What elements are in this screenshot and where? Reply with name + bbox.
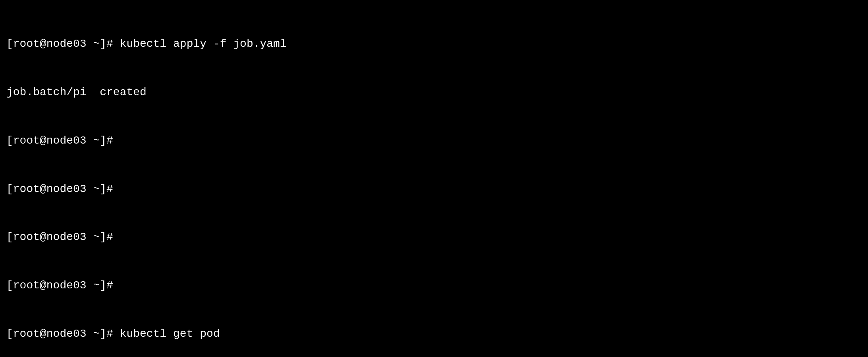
line-prompt-4: [root@node03 ~]# — [6, 278, 862, 294]
line-prompt-2: [root@node03 ~]# — [6, 181, 862, 198]
line-apply-cmd: [root@node03 ~]# kubectl apply -f job.ya… — [6, 36, 862, 52]
line-created: job.batch/pi created — [6, 84, 862, 101]
line-prompt-1: [root@node03 ~]# — [6, 133, 862, 149]
terminal: [root@node03 ~]# kubectl apply -f job.ya… — [6, 4, 862, 357]
line-get-pod-cmd: [root@node03 ~]# kubectl get pod — [6, 326, 862, 342]
line-prompt-3: [root@node03 ~]# — [6, 229, 862, 246]
